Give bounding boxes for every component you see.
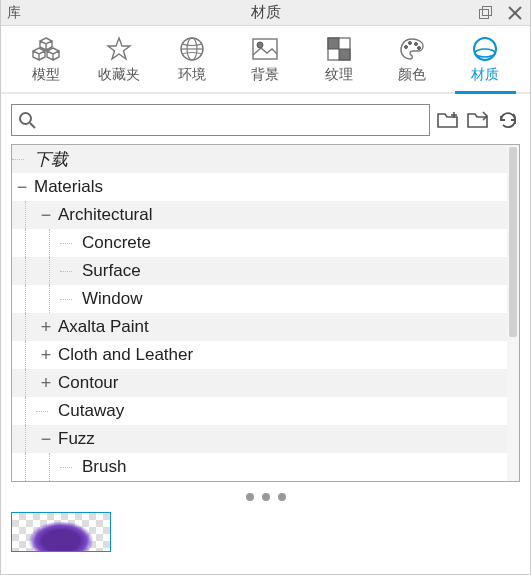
tab-label: 环境	[178, 66, 206, 84]
tree-item-label: Surface	[80, 261, 141, 281]
collapse-toggle[interactable]: −	[36, 206, 56, 224]
titlebar-left-label: 库	[1, 4, 21, 22]
expand-toggle[interactable]: +	[36, 346, 56, 364]
tree-branch-line	[12, 145, 32, 173]
svg-rect-11	[339, 49, 350, 60]
svg-rect-10	[328, 38, 339, 49]
tab-label: 背景	[251, 66, 279, 84]
tree-branch-line	[60, 229, 80, 257]
pager-dots	[1, 488, 530, 506]
tree-item-label: Fuzz	[56, 429, 95, 449]
tab-favorite[interactable]: 收藏夹	[82, 32, 155, 92]
tab-color[interactable]: 颜色	[375, 32, 448, 92]
close-icon	[508, 6, 522, 20]
tree-item[interactable]: Surface	[12, 257, 519, 285]
tree-item[interactable]: +Cloth and Leather	[12, 341, 519, 369]
tree-item[interactable]: Window	[12, 285, 519, 313]
tree-scrollbar[interactable]	[507, 145, 519, 481]
tree-item[interactable]: −Fuzz	[12, 425, 519, 453]
palette-icon	[399, 37, 425, 61]
import-folder-button[interactable]	[466, 108, 490, 132]
tree-item-label: Brush	[80, 457, 126, 477]
tree-item[interactable]: Cutaway	[12, 397, 519, 425]
tab-label: 收藏夹	[98, 66, 140, 84]
tab-label: 材质	[471, 66, 499, 84]
material-thumbnail[interactable]	[11, 512, 111, 552]
folder-plus-icon	[437, 111, 459, 129]
search-icon	[18, 111, 36, 129]
category-tabs: 模型 收藏夹 环境	[1, 26, 530, 94]
globe-icon	[179, 36, 205, 62]
tree-item[interactable]: Concrete	[12, 229, 519, 257]
svg-point-8	[257, 42, 263, 48]
titlebar-controls	[470, 0, 530, 26]
expand-toggle[interactable]: +	[36, 318, 56, 336]
tree-item-label: Cloth and Leather	[56, 345, 193, 365]
checker-icon	[327, 37, 351, 61]
tree-item-label: Materials	[32, 177, 103, 197]
indent-guide	[36, 229, 60, 257]
indent-guide	[12, 229, 36, 257]
svg-rect-1	[483, 7, 492, 16]
svg-point-14	[415, 43, 418, 46]
tree-item[interactable]: −Materials	[12, 173, 519, 201]
tree-item[interactable]: 下载	[12, 145, 519, 173]
svg-rect-0	[480, 10, 489, 19]
popout-button[interactable]	[470, 0, 500, 26]
svg-point-15	[418, 47, 421, 50]
svg-rect-7	[253, 39, 277, 59]
tab-material[interactable]: 材质	[449, 32, 522, 92]
collapse-toggle[interactable]: −	[36, 430, 56, 448]
tree-branch-line	[60, 453, 80, 481]
expand-toggle[interactable]: +	[36, 374, 56, 392]
tab-label: 纹理	[325, 66, 353, 84]
pager-dot[interactable]	[262, 493, 270, 501]
tab-model[interactable]: 模型	[9, 32, 82, 92]
refresh-icon	[498, 110, 518, 130]
tab-label: 颜色	[398, 66, 426, 84]
search-box[interactable]	[11, 104, 430, 136]
indent-guide	[12, 425, 36, 453]
material-tree[interactable]: 下载−Materials−ArchitecturalConcreteSurfac…	[12, 145, 519, 481]
svg-line-19	[30, 123, 35, 128]
indent-guide	[36, 453, 60, 481]
tree-item[interactable]: +Axalta Paint	[12, 313, 519, 341]
tree-branch-line	[60, 285, 80, 313]
popout-icon	[478, 6, 492, 20]
indent-guide	[12, 257, 36, 285]
image-icon	[252, 38, 278, 60]
tree-item-label: Axalta Paint	[56, 317, 149, 337]
svg-point-12	[405, 46, 408, 49]
pager-dot[interactable]	[246, 493, 254, 501]
svg-point-18	[20, 113, 31, 124]
collapse-toggle[interactable]: −	[12, 178, 32, 196]
tab-label: 模型	[32, 66, 60, 84]
tab-environment[interactable]: 环境	[156, 32, 229, 92]
indent-guide	[36, 257, 60, 285]
tree-item[interactable]: Brush	[12, 453, 519, 481]
tree-item[interactable]: −Architectural	[12, 201, 519, 229]
tree-item-label: Architectural	[56, 205, 152, 225]
star-icon	[106, 36, 132, 62]
search-input[interactable]	[36, 112, 423, 128]
preview-row	[11, 512, 520, 558]
tree-container: 下载−Materials−ArchitecturalConcreteSurfac…	[11, 144, 520, 482]
svg-point-17	[475, 49, 495, 57]
tab-texture[interactable]: 纹理	[302, 32, 375, 92]
tree-branch-line	[36, 397, 56, 425]
indent-guide	[12, 285, 36, 313]
pager-dot[interactable]	[278, 493, 286, 501]
tree-item[interactable]: +Contour	[12, 369, 519, 397]
tab-background[interactable]: 背景	[229, 32, 302, 92]
tree-item-label: Cutaway	[56, 401, 124, 421]
scrollbar-thumb[interactable]	[509, 147, 517, 337]
titlebar: 库 材质	[1, 0, 530, 26]
library-panel: 库 材质	[0, 0, 531, 575]
add-folder-button[interactable]	[436, 108, 460, 132]
indent-guide	[12, 313, 36, 341]
indent-guide	[36, 285, 60, 313]
close-button[interactable]	[500, 0, 530, 26]
refresh-button[interactable]	[496, 108, 520, 132]
indent-guide	[12, 397, 36, 425]
indent-guide	[12, 369, 36, 397]
